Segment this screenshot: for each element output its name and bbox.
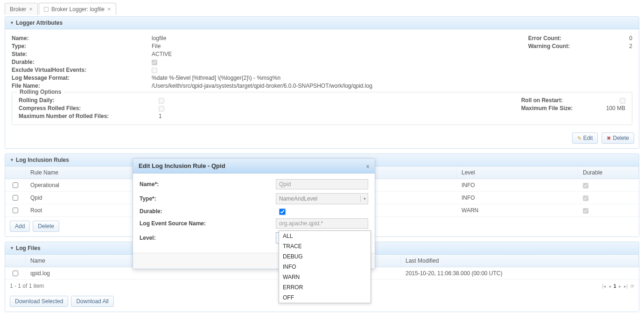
edit-icon bbox=[577, 135, 581, 141]
attr-label-format: Log Message Format: bbox=[12, 75, 152, 81]
level-option[interactable]: WARN bbox=[279, 272, 371, 282]
tab-label: Broker Logger: logfile bbox=[51, 6, 105, 13]
delete-button[interactable]: Delete bbox=[602, 132, 634, 144]
attr-value-state: ACTIVE bbox=[152, 51, 172, 57]
attr-label-rolldaily: Rolling Daily: bbox=[19, 97, 159, 104]
rolling-legend: Rolling Options bbox=[17, 89, 64, 95]
roll-restart-checkbox bbox=[620, 98, 625, 104]
attr-label-maxnum: Maximum Number of Rolled Files: bbox=[19, 113, 159, 119]
name-input bbox=[276, 179, 368, 189]
tab-bar: Broker × Broker Logger: logfile × bbox=[5, 3, 639, 15]
cell-level: WARN bbox=[457, 204, 578, 216]
form-label-name: Name*: bbox=[140, 181, 276, 188]
close-icon[interactable]: x bbox=[366, 163, 369, 169]
rolling-daily-checkbox bbox=[159, 98, 164, 104]
level-option[interactable]: TRACE bbox=[279, 241, 371, 251]
attr-label-name: Name: bbox=[12, 35, 152, 42]
row-checkbox[interactable] bbox=[13, 208, 18, 213]
attr-value-maxsize: 100 MB bbox=[602, 105, 625, 111]
col-file-modified[interactable]: Last Modified bbox=[401, 255, 639, 267]
attr-label-exclude: Exclude VirtualHost Events: bbox=[12, 67, 152, 73]
edit-button[interactable]: Edit bbox=[572, 132, 598, 144]
attr-label-rollrestart: Roll on Restart: bbox=[521, 97, 601, 104]
dialog-title: Edit Log Inclusion Rule - Qpid bbox=[139, 162, 225, 169]
form-label-level: Level: bbox=[140, 235, 276, 241]
attr-value-type: File bbox=[152, 43, 161, 49]
col-level[interactable]: Level bbox=[457, 167, 578, 179]
form-label-source: Log Event Source Name: bbox=[140, 220, 276, 227]
level-option[interactable]: ERROR bbox=[279, 282, 371, 292]
footer-count: 1 - 1 of 1 item bbox=[10, 283, 44, 289]
attr-label-errorcount: Error Count: bbox=[528, 35, 608, 42]
attr-label-compress: Compress Rolled Files: bbox=[19, 105, 159, 111]
panel-title: Log Inclusion Rules bbox=[16, 157, 69, 163]
attr-label-durable: Durable: bbox=[12, 59, 152, 65]
download-selected-button[interactable]: Download Selected bbox=[10, 296, 68, 307]
add-rule-button[interactable]: Add bbox=[10, 221, 30, 232]
attr-label-warncount: Warning Count: bbox=[528, 43, 608, 49]
row-checkbox[interactable] bbox=[13, 195, 18, 201]
attr-value-filename: /Users/keith/src/qpid-java/systests/targ… bbox=[152, 83, 372, 89]
cell-durable-checkbox bbox=[583, 183, 588, 188]
tab-broker[interactable]: Broker × bbox=[5, 3, 38, 15]
download-all-button[interactable]: Download All bbox=[71, 296, 113, 307]
level-option[interactable]: INFO bbox=[279, 262, 371, 272]
level-option[interactable]: DEBUG bbox=[279, 251, 371, 262]
level-option[interactable]: ALL bbox=[279, 231, 371, 241]
collapse-icon: ▼ bbox=[10, 246, 14, 250]
last-page-icon[interactable]: ▸| bbox=[624, 284, 628, 289]
source-input bbox=[276, 218, 368, 229]
delete-icon bbox=[607, 135, 611, 141]
panel-title: Log Files bbox=[16, 245, 41, 251]
row-checkbox[interactable] bbox=[13, 182, 18, 188]
attr-value-warncount: 2 bbox=[609, 43, 632, 49]
logger-attributes-panel: ▼ Logger Attributes Name: logfile Error … bbox=[5, 16, 639, 149]
cell-level: INFO bbox=[457, 192, 578, 204]
panel-title: Logger Attributes bbox=[16, 20, 63, 26]
attr-value-maxnum: 1 bbox=[159, 113, 162, 119]
type-select-value: NameAndLevel bbox=[279, 195, 317, 202]
refresh-icon[interactable]: ⟳ bbox=[630, 284, 634, 289]
prev-page-icon[interactable]: ◂ bbox=[609, 284, 611, 289]
attr-label-state: State: bbox=[12, 51, 152, 57]
attr-value-errorcount: 0 bbox=[609, 35, 632, 42]
cell-level: INFO bbox=[457, 179, 578, 191]
cell-durable-checkbox bbox=[583, 195, 588, 201]
compress-checkbox bbox=[159, 106, 164, 111]
type-select: NameAndLevel ▼ bbox=[276, 193, 368, 204]
exclude-checkbox bbox=[152, 68, 157, 73]
delete-rule-button[interactable]: Delete bbox=[33, 221, 59, 232]
first-page-icon[interactable]: |◂ bbox=[602, 284, 606, 289]
durable-checkbox[interactable] bbox=[280, 209, 285, 215]
panel-header-attributes[interactable]: ▼ Logger Attributes bbox=[5, 17, 639, 29]
close-icon[interactable]: × bbox=[29, 6, 33, 13]
collapse-icon: ▼ bbox=[10, 158, 14, 162]
file-icon bbox=[44, 7, 49, 12]
close-icon[interactable]: × bbox=[107, 6, 111, 13]
row-checkbox[interactable] bbox=[13, 271, 18, 276]
attr-value-name: logfile bbox=[152, 35, 166, 42]
collapse-icon: ▼ bbox=[10, 21, 14, 25]
level-dropdown[interactable]: ALL TRACE DEBUG INFO WARN ERROR OFF bbox=[279, 230, 371, 303]
tab-label: Broker bbox=[10, 6, 26, 13]
attr-label-type: Type: bbox=[12, 43, 152, 49]
dialog-title-bar[interactable]: Edit Log Inclusion Rule - Qpid x bbox=[133, 159, 375, 174]
delete-label: Delete bbox=[613, 135, 629, 141]
cell-durable-checkbox bbox=[583, 208, 588, 214]
tab-broker-logger[interactable]: Broker Logger: logfile × bbox=[39, 3, 116, 15]
attr-value-format: %date %-5level [%thread] \(%logger{2}\) … bbox=[152, 75, 280, 81]
chevron-down-icon: ▼ bbox=[360, 195, 367, 202]
pager[interactable]: |◂ ◂ 1 ▸ ▸| ⟳ bbox=[602, 284, 634, 289]
durable-checkbox bbox=[152, 60, 157, 65]
col-durable[interactable]: Durable bbox=[578, 167, 639, 179]
form-label-durable: Durable: bbox=[140, 208, 280, 215]
level-option[interactable]: OFF bbox=[279, 292, 371, 303]
rolling-options-fieldset: Rolling Options Rolling Daily: Roll on R… bbox=[12, 92, 632, 125]
form-label-type: Type*: bbox=[140, 195, 276, 202]
next-page-icon[interactable]: ▸ bbox=[619, 284, 621, 289]
cell-file-modified: 2015-10-20, 11:06:38.000 (00:00 UTC) bbox=[401, 267, 639, 279]
edit-label: Edit bbox=[583, 135, 593, 141]
attr-label-filename: File Name: bbox=[12, 83, 152, 89]
page-number: 1 bbox=[614, 284, 616, 289]
attr-label-maxsize: Maximum File Size: bbox=[521, 105, 601, 111]
